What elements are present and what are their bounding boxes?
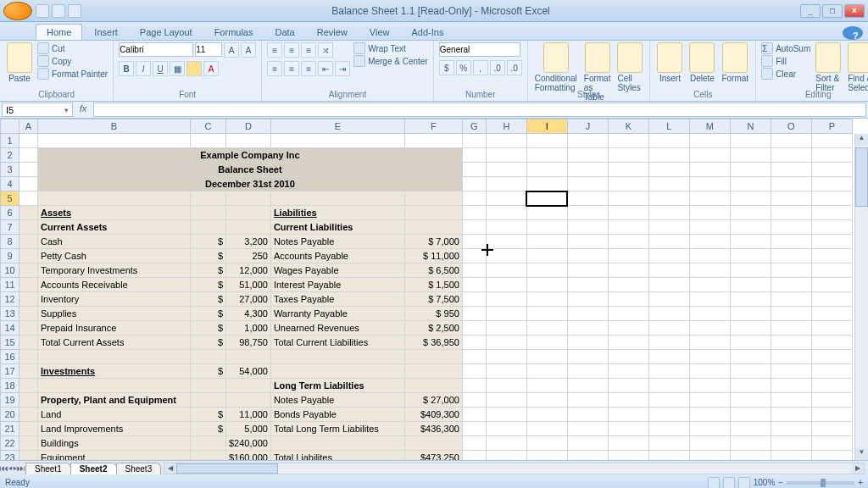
cell[interactable]: [689, 451, 730, 461]
cell[interactable]: $240,000: [226, 436, 271, 451]
cell[interactable]: [608, 163, 648, 177]
column-header[interactable]: I: [526, 119, 567, 134]
cell[interactable]: [811, 220, 852, 235]
row-header[interactable]: 10: [1, 263, 19, 278]
cell[interactable]: Accounts Payable: [270, 249, 404, 263]
cell[interactable]: [648, 292, 689, 307]
cell[interactable]: [526, 393, 567, 408]
cell[interactable]: [462, 163, 486, 177]
row-header[interactable]: 1: [1, 134, 19, 148]
zoom-in-button[interactable]: +: [858, 478, 863, 487]
font-size-input[interactable]: [195, 42, 222, 57]
cell[interactable]: [567, 364, 608, 379]
sheet-nav[interactable]: ⏮◀▶⏭: [0, 463, 25, 473]
row-header[interactable]: 20: [1, 408, 19, 422]
cell[interactable]: [811, 379, 852, 393]
cell[interactable]: [648, 235, 689, 249]
cell[interactable]: Bonds Payable: [270, 408, 404, 422]
delete-cells-button[interactable]: Delete: [687, 42, 716, 83]
clear-button[interactable]: Clear: [761, 68, 810, 80]
row-header[interactable]: 7: [1, 220, 19, 235]
cell[interactable]: [689, 134, 730, 148]
cell[interactable]: [811, 163, 852, 177]
cell[interactable]: [486, 350, 526, 364]
cell[interactable]: [567, 235, 608, 249]
cell[interactable]: $: [191, 422, 226, 436]
row-header[interactable]: 5: [1, 191, 19, 206]
cell[interactable]: [226, 191, 271, 206]
cell[interactable]: [486, 292, 526, 307]
cell[interactable]: [526, 422, 567, 436]
cell[interactable]: [462, 134, 486, 148]
zoom-level[interactable]: 100%: [754, 478, 776, 487]
row-header[interactable]: 15: [1, 336, 19, 350]
cell[interactable]: Example Company Inc: [38, 148, 463, 163]
cell[interactable]: [771, 292, 811, 307]
cell[interactable]: [462, 422, 486, 436]
cell[interactable]: [648, 163, 689, 177]
cell[interactable]: [730, 134, 771, 148]
cell[interactable]: [689, 350, 730, 364]
cell[interactable]: [689, 220, 730, 235]
column-header[interactable]: O: [771, 119, 811, 134]
cell[interactable]: [462, 451, 486, 461]
cell[interactable]: [567, 408, 608, 422]
wrap-text-button[interactable]: Wrap Text: [353, 42, 428, 54]
cell[interactable]: [462, 263, 486, 278]
column-header[interactable]: F: [404, 119, 462, 134]
italic-button[interactable]: I: [136, 61, 151, 76]
column-header[interactable]: B: [38, 119, 191, 134]
cell[interactable]: Prepaid Insurance: [38, 321, 191, 336]
scroll-up-button[interactable]: ▲: [855, 134, 868, 146]
cell[interactable]: [526, 307, 567, 321]
cell[interactable]: [462, 177, 486, 191]
cell[interactable]: $: [191, 307, 226, 321]
cell[interactable]: [462, 148, 486, 163]
cell[interactable]: [608, 364, 648, 379]
cell[interactable]: [19, 134, 38, 148]
cell[interactable]: [486, 451, 526, 461]
cell[interactable]: [270, 350, 404, 364]
cell[interactable]: [811, 235, 852, 249]
cell[interactable]: [19, 220, 38, 235]
cell[interactable]: [771, 379, 811, 393]
cell[interactable]: [567, 177, 608, 191]
cell[interactable]: [486, 321, 526, 336]
cell[interactable]: [689, 163, 730, 177]
cell[interactable]: [226, 206, 271, 220]
cell[interactable]: $ 2,500: [404, 321, 462, 336]
cell[interactable]: [567, 321, 608, 336]
cell[interactable]: December 31st 2010: [38, 177, 463, 191]
cell[interactable]: Notes Payable: [270, 235, 404, 249]
cut-button[interactable]: Cut: [37, 42, 108, 54]
cell[interactable]: [648, 336, 689, 350]
cell[interactable]: [567, 451, 608, 461]
cell[interactable]: [567, 163, 608, 177]
cell[interactable]: 12,000: [226, 263, 271, 278]
cell[interactable]: [462, 408, 486, 422]
cell[interactable]: [771, 134, 811, 148]
cell[interactable]: [689, 292, 730, 307]
cell[interactable]: [730, 336, 771, 350]
cell[interactable]: [811, 206, 852, 220]
cell[interactable]: [648, 393, 689, 408]
cell[interactable]: [811, 263, 852, 278]
cell[interactable]: [771, 220, 811, 235]
cell[interactable]: [404, 134, 462, 148]
cell[interactable]: Total Liabilites: [270, 451, 404, 461]
cell[interactable]: [689, 379, 730, 393]
cell[interactable]: [771, 393, 811, 408]
cell[interactable]: [771, 336, 811, 350]
cell[interactable]: [486, 220, 526, 235]
align-top[interactable]: ≡: [267, 42, 282, 58]
cell[interactable]: [486, 436, 526, 451]
cell[interactable]: [19, 235, 38, 249]
row-header[interactable]: 8: [1, 235, 19, 249]
cell[interactable]: [811, 307, 852, 321]
column-header[interactable]: N: [730, 119, 771, 134]
cell[interactable]: [191, 220, 226, 235]
cell[interactable]: Balance Sheet: [38, 163, 463, 177]
formula-input[interactable]: [93, 103, 866, 117]
cell[interactable]: [526, 263, 567, 278]
cell[interactable]: [19, 148, 38, 163]
